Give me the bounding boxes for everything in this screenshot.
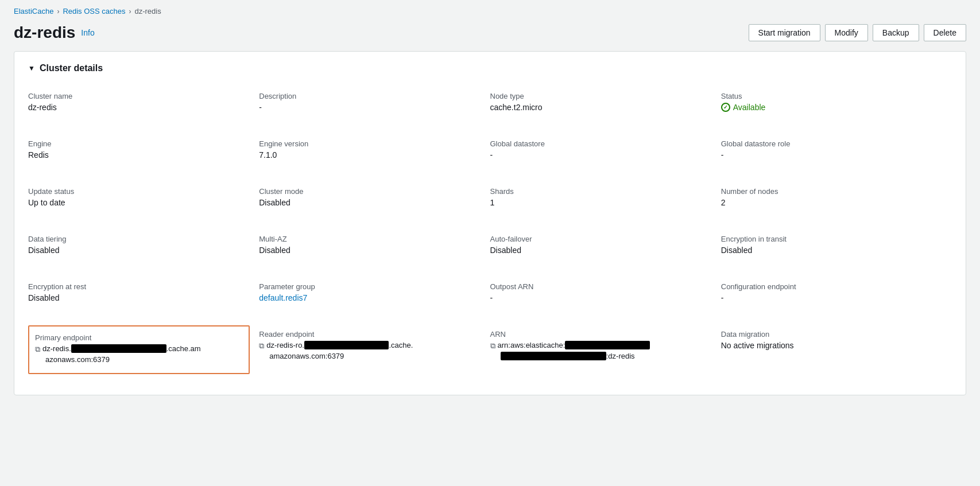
delete-button[interactable]: Delete xyxy=(924,24,966,41)
primary-endpoint-redacted: ██████████████████ xyxy=(71,344,166,353)
detail-cell-node-type: Node type cache.t2.micro xyxy=(490,85,721,121)
detail-cell-arn: ARN ⧉ arn:aws:elasticache:██████████████… xyxy=(490,323,721,381)
label-config-endpoint: Configuration endpoint xyxy=(721,282,943,291)
detail-cell-global-datastore-role: Global datastore role - xyxy=(721,133,952,169)
label-multi-az: Multi-AZ xyxy=(259,235,481,243)
value-engine-version: 7.1.0 xyxy=(259,150,481,160)
label-encryption-rest: Encryption at rest xyxy=(28,282,250,291)
value-data-tiering: Disabled xyxy=(28,246,250,255)
value-param-group[interactable]: default.redis7 xyxy=(259,293,307,302)
detail-cell-multi-az: Multi-AZ Disabled xyxy=(259,228,490,264)
label-global-datastore-role: Global datastore role xyxy=(721,139,943,148)
value-update-status: Up to date xyxy=(28,198,250,207)
arn-text: arn:aws:elasticache:████████████████ xyxy=(498,341,650,349)
arn-copy-row: ⧉ arn:aws:elasticache:████████████████ xyxy=(490,341,712,351)
detail-cell-data-tiering: Data tiering Disabled xyxy=(28,228,259,264)
breadcrumb-current: dz-redis xyxy=(134,7,161,15)
status-text: Available xyxy=(733,103,766,112)
label-data-migration: Data migration xyxy=(721,330,943,339)
detail-cell-global-datastore: Global datastore - xyxy=(490,133,721,169)
value-config-endpoint: - xyxy=(721,293,943,302)
page-title-area: dz-redis Info xyxy=(14,24,95,42)
detail-cell-cluster-mode: Cluster mode Disabled xyxy=(259,180,490,216)
detail-cell-description: Description - xyxy=(259,85,490,121)
detail-cell-encryption-rest: Encryption at rest Disabled xyxy=(28,275,259,312)
section-header: ▼ Cluster details xyxy=(28,63,952,73)
detail-cell-shards: Shards 1 xyxy=(490,180,721,216)
label-num-nodes: Number of nodes xyxy=(721,187,943,196)
value-num-nodes: 2 xyxy=(721,198,943,207)
detail-cell-param-group: Parameter group default.redis7 xyxy=(259,275,490,312)
value-encryption-rest: Disabled xyxy=(28,293,250,302)
label-node-type: Node type xyxy=(490,92,712,100)
detail-cell-engine-version: Engine version 7.1.0 xyxy=(259,133,490,169)
info-badge[interactable]: Info xyxy=(81,28,94,37)
breadcrumb-elasticache[interactable]: ElastiCache xyxy=(14,7,53,15)
copy-icon-arn[interactable]: ⧉ xyxy=(490,341,495,351)
copy-icon-primary[interactable]: ⧉ xyxy=(35,345,40,354)
detail-cell-data-migration: Data migration No active migrations xyxy=(721,323,952,381)
detail-cell-primary-endpoint: Primary endpoint ⧉ dz-redis.████████████… xyxy=(28,323,259,381)
copy-icon-reader[interactable]: ⧉ xyxy=(259,341,264,351)
value-global-datastore-role: - xyxy=(721,150,943,160)
reader-endpoint-line2: amazonaws.com:6379 xyxy=(259,352,481,360)
page-header: dz-redis Info Start migration Modify Bac… xyxy=(0,19,980,51)
label-global-datastore: Global datastore xyxy=(490,139,712,148)
primary-endpoint-line2: azonaws.com:6379 xyxy=(35,355,239,364)
label-status: Status xyxy=(721,92,943,100)
detail-cell-num-nodes: Number of nodes 2 xyxy=(721,180,952,216)
section-title: Cluster details xyxy=(40,63,103,73)
status-available-icon xyxy=(721,103,730,112)
detail-cell-encryption-transit: Encryption in transit Disabled xyxy=(721,228,952,264)
label-encryption-transit: Encryption in transit xyxy=(721,235,943,243)
detail-cell-auto-failover: Auto-failover Disabled xyxy=(490,228,721,264)
label-arn: ARN xyxy=(490,330,712,339)
label-outpost-arn: Outpost ARN xyxy=(490,282,712,291)
value-status: Available xyxy=(721,103,943,112)
breadcrumb-sep-2: › xyxy=(129,7,131,15)
detail-cell-outpost-arn: Outpost ARN - xyxy=(490,275,721,312)
value-description: - xyxy=(259,103,481,112)
detail-cell-engine: Engine Redis xyxy=(28,133,259,169)
label-cluster-name: Cluster name xyxy=(28,92,250,100)
label-description: Description xyxy=(259,92,481,100)
arn-redacted: ████████████████ xyxy=(565,341,649,349)
detail-cell-status: Status Available xyxy=(721,85,952,121)
value-auto-failover: Disabled xyxy=(490,246,712,255)
value-engine: Redis xyxy=(28,150,250,160)
value-node-type: cache.t2.micro xyxy=(490,103,712,112)
breadcrumb-redis-oss[interactable]: Redis OSS caches xyxy=(63,7,125,15)
main-content: ▼ Cluster details Cluster name dz-redis … xyxy=(14,51,966,395)
label-data-tiering: Data tiering xyxy=(28,235,250,243)
value-global-datastore: - xyxy=(490,150,712,160)
label-cluster-mode: Cluster mode xyxy=(259,187,481,196)
label-shards: Shards xyxy=(490,187,712,196)
breadcrumb: ElastiCache › Redis OSS caches › dz-redi… xyxy=(0,0,980,19)
start-migration-button[interactable]: Start migration xyxy=(749,24,820,41)
label-primary-endpoint: Primary endpoint xyxy=(35,333,239,342)
label-engine: Engine xyxy=(28,139,250,148)
value-shards: 1 xyxy=(490,198,712,207)
value-encryption-transit: Disabled xyxy=(721,246,943,255)
value-multi-az: Disabled xyxy=(259,246,481,255)
value-cluster-name: dz-redis xyxy=(28,103,250,112)
backup-button[interactable]: Backup xyxy=(873,24,919,41)
reader-endpoint-text: dz-redis-ro.████████████████.cache. xyxy=(266,341,413,349)
value-data-migration: No active migrations xyxy=(721,341,943,350)
label-auto-failover: Auto-failover xyxy=(490,235,712,243)
label-param-group: Parameter group xyxy=(259,282,481,291)
primary-endpoint-text: dz-redis.██████████████████.cache.am xyxy=(42,344,201,353)
page-title: dz-redis xyxy=(14,24,75,42)
label-reader-endpoint: Reader endpoint xyxy=(259,330,481,339)
value-cluster-mode: Disabled xyxy=(259,198,481,207)
modify-button[interactable]: Modify xyxy=(825,24,868,41)
arn-line2-redacted: ████████████████████ xyxy=(501,352,606,360)
arn-line2: ████████████████████:dz-redis xyxy=(490,352,712,360)
detail-cell-update-status: Update status Up to date xyxy=(28,180,259,216)
detail-cell-config-endpoint: Configuration endpoint - xyxy=(721,275,952,312)
header-actions: Start migration Modify Backup Delete xyxy=(749,24,966,41)
reader-endpoint-redacted: ████████████████ xyxy=(304,341,389,349)
section-toggle[interactable]: ▼ xyxy=(28,64,35,72)
detail-cell-cluster-name: Cluster name dz-redis xyxy=(28,85,259,121)
label-update-status: Update status xyxy=(28,187,250,196)
